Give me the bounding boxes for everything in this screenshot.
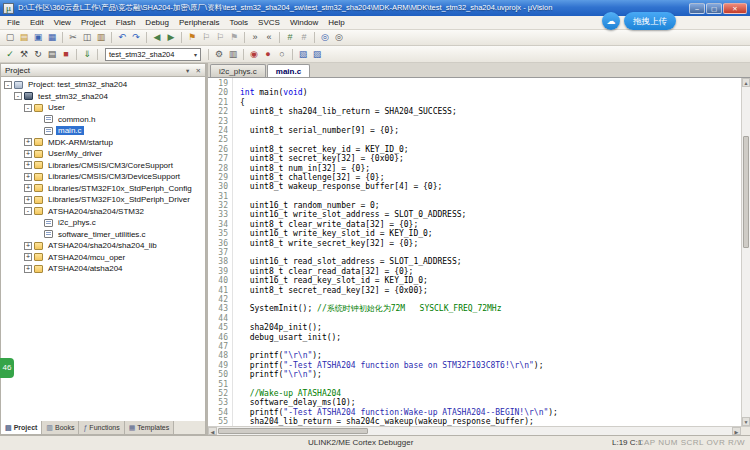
- code-content[interactable]: int main(void){ uint8_t sha204_lib_retur…: [233, 78, 741, 426]
- menu-window[interactable]: Window: [285, 16, 323, 29]
- indent-icon[interactable]: »: [248, 31, 262, 44]
- menu-file[interactable]: File: [2, 16, 25, 29]
- rebuild-icon[interactable]: ↻: [31, 48, 45, 61]
- copy-icon[interactable]: ◫: [80, 31, 94, 44]
- tree-item-libraries-cmsis-cm3-coresupport[interactable]: +Libraries/CMSIS/CM3/CoreSupport: [1, 160, 205, 172]
- menu-view[interactable]: View: [49, 16, 76, 29]
- horizontal-scrollbar-thumb[interactable]: [218, 428, 368, 434]
- menu-flash[interactable]: Flash: [111, 16, 141, 29]
- menu-peripherals[interactable]: Peripherals: [174, 16, 224, 29]
- breakpoint-kill-icon[interactable]: ○: [275, 48, 289, 61]
- scroll-right-icon[interactable]: ▶: [732, 427, 741, 435]
- tree-item-user-my-driver[interactable]: +User/My_driver: [1, 148, 205, 160]
- menu-tools[interactable]: Tools: [224, 16, 253, 29]
- cloud-upload-icon[interactable]: ☁: [602, 12, 620, 30]
- expand-icon[interactable]: +: [24, 161, 32, 169]
- file-extensions-icon[interactable]: ▥: [226, 48, 240, 61]
- manage-components-icon[interactable]: ▧: [296, 48, 310, 61]
- editor-tab-i2c-phys-c[interactable]: i2c_phys.c: [210, 64, 266, 77]
- save-all-icon[interactable]: ▦: [45, 31, 59, 44]
- pack-installer-icon[interactable]: ▨: [310, 48, 324, 61]
- maximize-button[interactable]: ▢: [706, 3, 722, 14]
- panel-tab-books[interactable]: ▥Books: [42, 421, 79, 434]
- tree-item-atsha204-sha204-stm32[interactable]: -ATSHA204/sha204/STM32: [1, 206, 205, 218]
- tree-item-user[interactable]: -User: [1, 102, 205, 114]
- uncomment-icon[interactable]: #: [297, 31, 311, 44]
- comment-icon[interactable]: #: [283, 31, 297, 44]
- tree-item-project-test-stm32-sha204[interactable]: -Project: test_stm32_sha204: [1, 79, 205, 91]
- paste-icon[interactable]: ▥: [94, 31, 108, 44]
- group-icon: [34, 173, 43, 181]
- tree-item-main-c[interactable]: main.c: [1, 125, 205, 137]
- minimize-button[interactable]: –: [689, 3, 705, 14]
- collapse-icon[interactable]: -: [14, 92, 22, 100]
- tree-item-common-h[interactable]: common.h: [1, 114, 205, 126]
- breakpoint-insert-icon[interactable]: ●: [261, 48, 275, 61]
- panel-menu-icon[interactable]: ▾: [186, 67, 189, 74]
- editor-vertical-scrollbar[interactable]: ▲ ▼: [741, 78, 750, 426]
- tree-item-atsha204-mcu-oper[interactable]: +ATSHA204/mcu_oper: [1, 252, 205, 264]
- menu-project[interactable]: Project: [76, 16, 111, 29]
- redo-icon[interactable]: ↷: [129, 31, 143, 44]
- nav-forward-icon[interactable]: ▶: [164, 31, 178, 44]
- new-file-icon[interactable]: ▢: [3, 31, 17, 44]
- collapse-icon[interactable]: -: [24, 104, 32, 112]
- bookmark-prev-icon[interactable]: ⚐: [199, 31, 213, 44]
- menu-svcs[interactable]: SVCS: [253, 16, 285, 29]
- undo-icon[interactable]: ↶: [115, 31, 129, 44]
- batch-build-icon[interactable]: ▤: [45, 48, 59, 61]
- scroll-down-icon[interactable]: ▼: [742, 417, 750, 426]
- expand-icon[interactable]: +: [24, 253, 32, 261]
- nav-back-icon[interactable]: ◀: [150, 31, 164, 44]
- scroll-left-icon[interactable]: ◀: [208, 427, 217, 435]
- menu-edit[interactable]: Edit: [25, 16, 49, 29]
- bookmark-clear-icon[interactable]: ⚑: [227, 31, 241, 44]
- menu-debug[interactable]: Debug: [140, 16, 174, 29]
- bookmark-toggle-icon[interactable]: ⚑: [185, 31, 199, 44]
- menu-help[interactable]: Help: [323, 16, 349, 29]
- bookmark-next-icon[interactable]: ⚐: [213, 31, 227, 44]
- find-icon[interactable]: ◎: [332, 31, 346, 44]
- expand-icon[interactable]: +: [24, 196, 32, 204]
- find-in-files-icon[interactable]: ◎: [318, 31, 332, 44]
- tree-item-libraries-stm32f10x-stdperiph-config[interactable]: +Libraries/STM32F10x_StdPeriph_Config: [1, 183, 205, 195]
- upload-button[interactable]: 拖拽上传: [624, 12, 676, 30]
- panel-tab-project[interactable]: ▤Project: [1, 421, 42, 434]
- open-folder-icon[interactable]: ▤: [17, 31, 31, 44]
- tree-item-mdk-arm-startup[interactable]: +MDK-ARM/startup: [1, 137, 205, 149]
- collapse-icon[interactable]: -: [4, 81, 12, 89]
- outdent-icon[interactable]: «: [262, 31, 276, 44]
- target-options-icon[interactable]: ⚙: [212, 48, 226, 61]
- panel-tab-functions[interactable]: ƒFunctions: [79, 421, 124, 434]
- build-icon[interactable]: ⚒: [17, 48, 31, 61]
- editor-tab-main-c[interactable]: main.c: [267, 64, 310, 77]
- save-icon[interactable]: ▣: [31, 31, 45, 44]
- debug-session-icon[interactable]: ◉: [247, 48, 261, 61]
- editor-horizontal-scrollbar[interactable]: ◀ ▶: [208, 426, 750, 435]
- tree-item-software-timer-utilities-c[interactable]: software_timer_utilities.c: [1, 229, 205, 241]
- download-icon[interactable]: ⇓: [80, 48, 94, 61]
- panel-close-icon[interactable]: ✕: [196, 67, 201, 74]
- translate-icon[interactable]: ✓: [3, 48, 17, 61]
- tree-item-i2c-phys-c[interactable]: i2c_phys.c: [1, 217, 205, 229]
- tree-item-libraries-cmsis-cm3-devicesupport[interactable]: +Libraries/CMSIS/CM3/DeviceSupport: [1, 171, 205, 183]
- close-button[interactable]: ✕: [723, 3, 747, 14]
- expand-icon[interactable]: +: [24, 184, 32, 192]
- stop-build-icon[interactable]: ■: [59, 48, 73, 61]
- target-selector[interactable]: test_stm32_sha204 ▾: [105, 48, 201, 61]
- panel-tab-templates[interactable]: ▦Templates: [125, 421, 175, 434]
- expand-icon[interactable]: +: [24, 265, 32, 273]
- tree-item-test-stm32-sha204[interactable]: -test_stm32_sha204: [1, 91, 205, 103]
- tree-item-atsha204-sha204-sha204-lib[interactable]: +ATSHA204/sha204/sha204_lib: [1, 240, 205, 252]
- cut-icon[interactable]: ✂: [66, 31, 80, 44]
- expand-icon[interactable]: +: [24, 242, 32, 250]
- collapse-icon[interactable]: -: [24, 207, 32, 215]
- code-line: uint8_t sha204_lib_return = SHA204_SUCCE…: [240, 107, 741, 116]
- expand-icon[interactable]: +: [24, 173, 32, 181]
- vertical-scrollbar-thumb[interactable]: [743, 136, 749, 248]
- scroll-up-icon[interactable]: ▲: [742, 78, 750, 87]
- tree-item-libraries-stm32f10x-stdperiph-driver[interactable]: +Libraries/STM32F10x_StdPeriph_Driver: [1, 194, 205, 206]
- expand-icon[interactable]: +: [24, 150, 32, 158]
- expand-icon[interactable]: +: [24, 138, 32, 146]
- tree-item-atsha204-atsha204[interactable]: +ATSHA204/atsha204: [1, 263, 205, 275]
